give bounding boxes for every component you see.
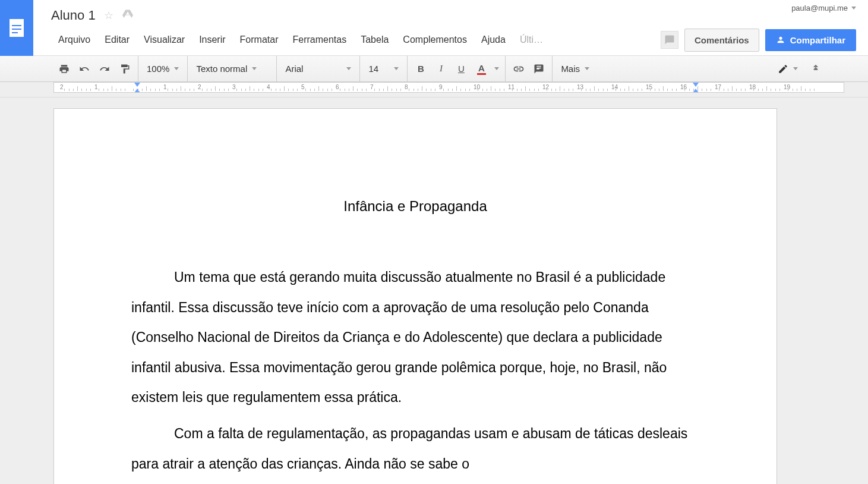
last-edit-link[interactable]: Últi… [513,31,550,49]
menu-bar: Arquivo Editar Visualizar Inserir Format… [51,26,856,54]
share-button[interactable]: Compartilhar [765,29,856,51]
ruler-number: 18 [749,84,756,90]
ruler-number: 8 [405,84,408,90]
person-icon [776,35,785,45]
zoom-dropdown[interactable]: 100% [144,64,181,74]
underline-icon[interactable]: U [454,61,468,77]
ruler-area: 2112345678910111213141516171819 [0,82,868,98]
header-actions: Comentários Compartilhar [661,29,856,52]
editing-mode-dropdown[interactable] [775,64,800,74]
menu-ferramentas[interactable]: Ferramentas [285,31,353,49]
ruler-number: 2 [60,84,64,90]
toolbar-group-style: Texto normal [188,56,277,82]
ruler-number: 12 [542,84,549,90]
user-account[interactable]: paula@mupi.me [791,4,856,12]
ruler-number: 2 [198,84,201,90]
toolbar-group-size: 14 [360,56,408,82]
toolbar-group-actions [51,56,138,82]
collapse-toolbar-icon[interactable] [811,63,820,75]
zoom-value: 100% [147,64,169,74]
ruler-number: 14 [611,84,618,90]
more-dropdown[interactable]: Mais [558,64,592,74]
title-row: Aluno 1 ☆ [51,5,856,26]
chevron-down-icon [394,67,399,70]
italic-icon[interactable]: I [434,61,448,77]
font-size-dropdown[interactable]: 14 [366,64,401,74]
document-icon [10,19,24,37]
ruler-number: 1 [163,84,167,90]
toolbar-group-zoom: 100% [138,56,188,82]
ruler-number: 6 [336,84,339,90]
menu-tabela[interactable]: Tabela [353,31,396,49]
link-icon[interactable] [512,61,526,77]
ruler-number: 7 [370,84,374,90]
comment-icon[interactable] [532,61,546,77]
ruler-number: 13 [577,84,583,90]
user-email: paula@mupi.me [791,4,848,12]
print-icon[interactable] [57,61,71,77]
paint-format-icon[interactable] [118,61,132,77]
app-header: Aluno 1 ☆ paula@mupi.me Arquivo Editar V… [0,0,868,56]
toolbar-right [775,63,868,75]
docs-logo[interactable] [0,0,33,56]
redo-icon[interactable] [97,61,112,77]
share-button-label: Compartilhar [790,35,845,45]
menu-inserir[interactable]: Inserir [192,31,232,49]
chevron-down-icon [585,67,589,70]
ruler-number: 4 [267,84,270,90]
document-title[interactable]: Aluno 1 [51,8,96,23]
more-label: Mais [561,64,580,74]
document-heading[interactable]: Infância e Propaganda [131,198,699,215]
first-line-indent-marker[interactable] [134,83,140,87]
text-color-icon[interactable]: A [474,61,488,77]
document-paragraph-1[interactable]: Um tema que está gerando muita discussão… [131,262,699,413]
ruler-number: 15 [646,84,652,90]
menu-arquivo[interactable]: Arquivo [51,31,97,49]
ruler-number: 10 [474,84,480,90]
ruler-number: 3 [232,84,236,90]
chevron-down-icon [252,67,257,70]
ruler-number: 17 [715,84,721,90]
document-page[interactable]: Infância e Propaganda Um tema que está g… [53,108,777,484]
paragraph-style-dropdown[interactable]: Texto normal [194,64,259,74]
comments-button[interactable]: Comentários [684,29,759,52]
toolbar-group-more: Mais [553,56,598,82]
font-dropdown[interactable]: Arial [283,64,353,74]
ruler-number: 5 [301,84,305,90]
pencil-icon [778,64,788,74]
chat-icon[interactable] [661,31,678,49]
undo-icon[interactable] [77,61,91,77]
chevron-down-icon [793,67,798,70]
ruler-number: 11 [508,84,515,90]
menu-visualizar[interactable]: Visualizar [137,31,192,49]
toolbar-group-format: B I U A [408,56,506,82]
chevron-down-icon[interactable] [494,67,499,70]
horizontal-ruler[interactable]: 2112345678910111213141516171819 [53,82,844,93]
menu-editar[interactable]: Editar [97,31,137,49]
ruler-number: 1 [94,84,98,90]
style-value: Texto normal [196,64,247,74]
toolbar-group-font: Arial [277,56,360,82]
font-value: Arial [285,64,303,74]
ruler-number: 9 [439,84,443,90]
size-value: 14 [368,64,378,74]
move-to-drive-icon[interactable] [122,9,134,23]
toolbar: 100% Texto normal Arial 14 B I U A Mais [0,56,868,82]
header-main: Aluno 1 ☆ paula@mupi.me Arquivo Editar V… [33,0,868,54]
menu-complementos[interactable]: Complementos [396,31,474,49]
document-canvas[interactable]: Infância e Propaganda Um tema que está g… [0,98,868,484]
menu-formatar[interactable]: Formatar [233,31,286,49]
chevron-down-icon [851,7,856,10]
star-icon[interactable]: ☆ [104,9,113,22]
bold-icon[interactable]: B [414,61,428,77]
ruler-number: 19 [784,84,790,90]
menu-ajuda[interactable]: Ajuda [474,31,513,49]
ruler-number: 16 [680,84,687,90]
chevron-down-icon [174,67,179,70]
toolbar-group-insert [506,56,553,82]
document-paragraph-2[interactable]: Com a falta de regulamentação, as propag… [131,419,699,479]
chevron-down-icon [346,67,351,70]
